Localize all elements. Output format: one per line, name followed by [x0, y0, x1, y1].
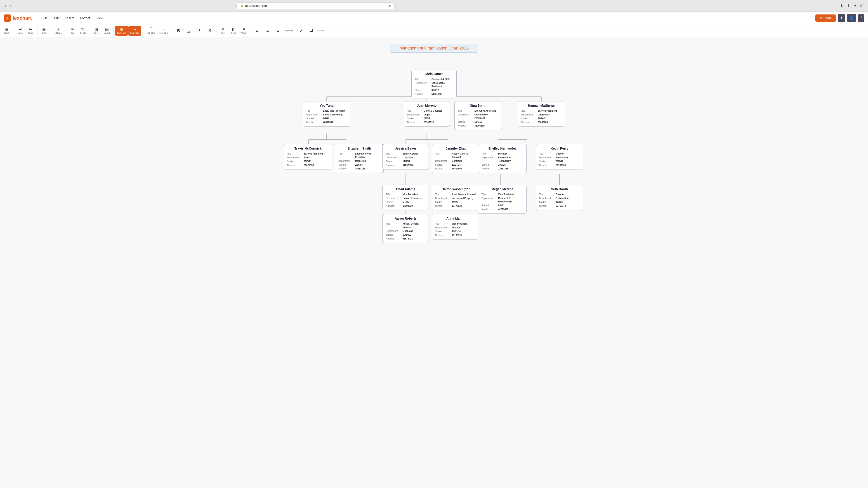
reload-icon[interactable]: ↻ [388, 4, 391, 7]
elizabeth-smith-node[interactable]: Elizabeth Smith Title Executive Vice Pre… [335, 144, 383, 173]
travis-mccormick-node[interactable]: Travis McCormick Title Sr. Vice Presiden… [284, 144, 332, 173]
bold-button[interactable]: B [174, 26, 184, 36]
chart-button[interactable]: ⊟ Chart [39, 26, 49, 36]
nav-forward[interactable]: › [9, 3, 13, 9]
wrap-icon: ≡ [243, 27, 245, 31]
help-button[interactable]: ? [858, 14, 864, 22]
browser-nav: ‹ › [4, 3, 13, 9]
toolbar-group-select: ⊡ Select ▤ Layout [91, 26, 114, 36]
toolbar-group-undoredo: ↩ Undo ↪ Redo [16, 26, 38, 36]
browser-chrome: ‹ › 🔒 app.lexchart.com ↻ ⬇ ⬆ + ⊞ [0, 0, 868, 12]
toolbar-group-search: ⊞ Search [2, 26, 14, 36]
share-label: Share [824, 16, 832, 20]
menu-insert[interactable]: Insert [63, 15, 76, 21]
hannah-matthews-node[interactable]: Hannah Matthews Title Sr. Vice President… [518, 101, 565, 133]
logo-text: lexchart [13, 15, 32, 21]
download-icon[interactable]: ⬇ [839, 2, 844, 9]
line-style-button[interactable]: — Line Style [158, 26, 170, 36]
grid-icon[interactable]: ⊞ [859, 2, 864, 9]
redo-icon: ↪ [29, 27, 32, 31]
chad-adams-node[interactable]: Chad Adams Title Vice President Departme… [382, 185, 429, 214]
font-color-button[interactable]: A Font [218, 26, 228, 36]
canvas-area[interactable]: Management Organization Chart 2022 [0, 37, 868, 488]
menu-edit[interactable]: Edit [51, 15, 62, 21]
toolbar-group-position: ⤢ ⇄ Position [296, 26, 326, 36]
download-button[interactable]: ⬇ [838, 14, 845, 22]
strikethrough-button[interactable]: S [205, 26, 215, 36]
flip-icon: ⇄ [310, 29, 313, 33]
lock-icon: 🔒 [240, 4, 243, 7]
link-style-button[interactable]: ⌒ Link Style [145, 26, 157, 36]
aaron-roberts-node[interactable]: Aaron Roberts Title Assoc. General Couns… [382, 214, 429, 243]
menu-view[interactable]: View [94, 15, 106, 21]
nav-back[interactable]: ‹ [4, 3, 7, 9]
align-center-icon: ≡ [266, 29, 269, 33]
position-button[interactable]: ⤢ [296, 26, 306, 36]
flip-button[interactable]: ⇄ [307, 26, 317, 36]
menu-format[interactable]: Format [77, 15, 93, 21]
italic-icon: I [199, 29, 200, 33]
underline-icon: U [187, 29, 190, 33]
jessica-baker-node[interactable]: Jessica Baker Title Senior Counsel Depar… [382, 144, 429, 173]
user-button[interactable]: 👤 [847, 14, 856, 22]
link-style-icon: ⌒ [149, 27, 153, 31]
undo-button[interactable]: ↩ Undo [16, 26, 25, 36]
redo-button[interactable]: ↪ Redo [26, 26, 36, 36]
zoom-button[interactable]: ⊕ Zoom and [115, 26, 128, 36]
edit-icon: ✏ [71, 27, 74, 31]
kevin-perry-node[interactable]: Kevin Perry Title Director Department Pr… [536, 144, 583, 173]
fill-color-button[interactable]: ◧ Color [228, 26, 239, 36]
align-right-button[interactable]: ≡ [273, 26, 283, 36]
toolbar-group-edit: ✏ Edit 🗑 Delete [68, 26, 90, 36]
chart-title-row: Management Organization Chart 2022 [9, 39, 859, 55]
seth-booth-node[interactable]: Seth Booth Title Director Department Dis… [536, 185, 583, 214]
add-new-button[interactable]: + Add New [53, 26, 64, 36]
menu-file[interactable]: File [40, 15, 51, 21]
share-icon[interactable]: ⬆ [846, 2, 851, 9]
app-header: ⚡ lexchart File Edit Insert Format View … [0, 12, 868, 24]
share-button[interactable]: ↗ Share [815, 14, 836, 22]
megan-medina-node[interactable]: Megan Medina Title Vice President Depart… [478, 185, 527, 214]
undo-icon: ↩ [19, 27, 22, 31]
jennifer-zhao-node[interactable]: Jennifer Zhao Title Assoc. General Couns… [432, 144, 480, 173]
edit-button[interactable]: ✏ Edit [68, 26, 78, 36]
bold-icon: B [177, 29, 180, 33]
toolbar-group-font: B U I S [174, 26, 217, 36]
toolbar-group-color: A Font ◧ Color ≡ Wrap [218, 26, 251, 36]
toolbar-group-addnew: + Add New [53, 26, 66, 36]
wrap-button[interactable]: ≡ Wrap [239, 26, 249, 36]
layout-button[interactable]: ▤ Layout [102, 26, 112, 36]
browser-actions: ⬇ ⬆ + ⊞ [839, 2, 864, 9]
position-icon: ⤢ [300, 29, 303, 33]
toolbar-group-link: ⌒ Link Style — Line Style [145, 26, 172, 36]
select-icon: ⊡ [95, 27, 98, 31]
layout-icon: ▤ [105, 27, 109, 31]
align-left-button[interactable]: ≡ [252, 26, 262, 36]
delete-button[interactable]: 🗑 Delete [78, 26, 88, 36]
chart-title: Management Organization Chart 2022 [390, 44, 478, 53]
search-button[interactable]: ⊞ Search [2, 26, 12, 36]
shelley-hernandez-node[interactable]: Shelley Hernandez Title Director Departm… [478, 144, 527, 173]
ceo-node[interactable]: Chris James Title President & CEO Depart… [411, 70, 457, 101]
line-style-icon: — [162, 27, 166, 31]
dalton-washington-node[interactable]: Dalton Washington Title Asst. General Co… [432, 185, 480, 214]
underline-button[interactable]: U [184, 26, 194, 36]
chart-gap-button[interactable]: ↔ Chart Gap [128, 26, 142, 36]
juan-moreno-node[interactable]: Juan Moreno Title General Counsel Depart… [404, 101, 450, 133]
org-chart: Management Organization Chart 2022 [0, 37, 868, 488]
align-center-button[interactable]: ≡ [263, 26, 273, 36]
font-color-icon: A [222, 27, 224, 31]
address-bar[interactable]: 🔒 app.lexchart.com ↻ [237, 2, 395, 9]
align-right-icon: ≡ [277, 29, 279, 33]
delete-icon: 🗑 [81, 27, 85, 31]
yao-tung-node[interactable]: Yao Tung Title Exec. Vice President Depa… [303, 101, 350, 133]
select-button[interactable]: ⊡ Select [91, 26, 101, 36]
anna-mann-node[interactable]: Anna Mann Title Vice President Departmen… [432, 214, 478, 243]
search-icon: ⊞ [5, 27, 8, 31]
org-svg: Chris James Title President & CEO Depart… [278, 57, 590, 233]
gina-smith-node[interactable]: Gina Smith Title Executive Assistant Dep… [454, 101, 502, 133]
header-actions: ↗ Share ⬇ 👤 ? [815, 14, 864, 22]
italic-button[interactable]: I [194, 26, 204, 36]
add-tab-icon[interactable]: + [853, 2, 857, 9]
zoom-in-icon: ⊕ [120, 27, 123, 31]
